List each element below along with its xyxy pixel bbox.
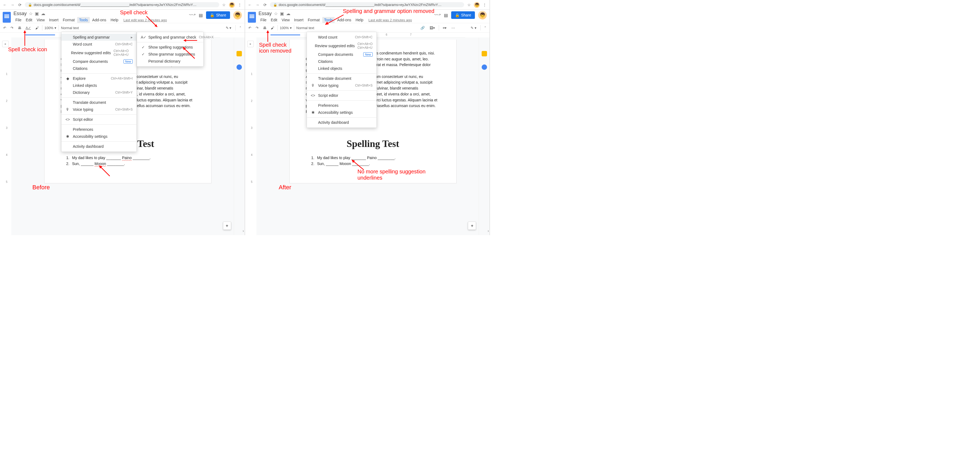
user-avatar-icon[interactable]: 👦 [233,11,242,19]
undo-icon[interactable]: ↶ [2,25,7,31]
menu-explore[interactable]: ◆ExploreCtrl+Alt+Shift+I [62,75,137,82]
menu-file[interactable]: File [259,17,269,23]
menu-help[interactable]: Help [109,17,120,23]
doc-title[interactable]: Essay [13,11,27,16]
redo-icon[interactable]: ↷ [255,25,260,31]
menu-help[interactable]: Help [353,17,365,23]
undo-icon[interactable]: ↶ [247,25,252,31]
menu-format[interactable]: Format [306,17,321,23]
menu-spelling-grammar[interactable]: Spelling and grammar▸ [62,34,137,41]
nav-fwd-icon[interactable]: → [255,3,260,7]
menu-compare[interactable]: Compare documentsNew [307,51,377,58]
last-edit-link[interactable]: Last edit was 2 minutes ago [368,18,412,22]
star-icon[interactable]: ☆ [466,3,472,7]
menu-format[interactable]: Format [61,17,76,23]
align-icon[interactable]: ≡▾ [442,25,448,31]
menu-insert[interactable]: Insert [292,17,305,23]
trend-icon[interactable]: 〰↗ [434,13,441,17]
doc-title[interactable]: Essay [259,11,272,16]
collapse-icon[interactable]: ˄ [483,25,487,31]
outline-icon[interactable]: ≡ [247,41,254,47]
menu-access[interactable]: ✱Accessibility settings [62,133,137,140]
outline-icon[interactable]: ≡ [2,41,9,47]
move-icon[interactable]: ▣ [35,11,39,16]
zoom-select[interactable]: 100%▾ [45,26,56,30]
menu-edit[interactable]: Edit [24,17,34,23]
nav-back-icon[interactable]: ← [247,3,253,7]
trend-icon[interactable]: 〰↗ [189,13,196,17]
menu-citations[interactable]: Citations [62,65,137,72]
menu-prefs[interactable]: Preferences [307,102,377,109]
browser-bar: ← → ⟳ 🔒 docs.google.com/document/d/_____… [0,0,245,10]
tasks-icon[interactable] [482,64,487,70]
paint-format-icon[interactable]: 🖌 [34,25,40,31]
menu-script[interactable]: <>Script editor [307,92,377,99]
image-icon[interactable]: 🖼▾ [428,25,436,31]
comments-icon[interactable]: ▤ [199,13,203,18]
menu-access[interactable]: ✱Accessibility settings [307,109,377,116]
menu-voice[interactable]: 🎙Voice typingCtrl+Shift+S [62,106,137,113]
menu-citations[interactable]: Citations [307,58,377,65]
docs-logo-icon[interactable] [248,12,256,23]
word-no-underline: Paino [367,156,377,160]
link-icon[interactable]: 🔗 [419,25,426,31]
menu-view[interactable]: View [280,17,291,23]
menu-edit[interactable]: Edit [269,17,279,23]
cloud-icon[interactable]: ☁ [286,11,290,16]
keep-icon[interactable] [237,51,242,56]
star-doc-icon[interactable]: ☆ [274,11,278,16]
explore-fab-icon[interactable]: ✦ [223,222,231,230]
nav-back-icon[interactable]: ← [2,3,8,7]
menu-dictionary[interactable]: DictionaryCtrl+Shift+Y [62,89,137,96]
omnibox[interactable]: 🔒 docs.google.com/document/d/___________… [25,2,219,7]
docs-logo-icon[interactable] [3,12,11,23]
zoom-select[interactable]: 100%▾ [280,26,292,30]
menu-view[interactable]: View [35,17,47,23]
nav-reload-icon[interactable]: ⟳ [17,3,23,7]
menu-word-count[interactable]: Word countCtrl+Shift+C [62,41,137,48]
collapse-icon[interactable]: ˄ [239,25,242,31]
user-avatar-icon[interactable]: 👦 [478,11,487,19]
omnibox[interactable]: 🔒 docs.google.com/document/d/___________… [270,2,465,7]
menu-addons[interactable]: Add-ons [90,17,108,23]
share-button[interactable]: 🔒 Share [451,11,475,19]
nav-fwd-icon[interactable]: → [10,3,15,7]
redo-icon[interactable]: ↷ [10,25,14,31]
menu-tools[interactable]: Tools [77,17,90,23]
menu-prefs[interactable]: Preferences [62,126,137,133]
style-select[interactable]: Normal text [296,26,315,30]
menu-insert[interactable]: Insert [47,17,60,23]
explore-fab-icon[interactable]: ✦ [468,222,476,230]
comments-icon[interactable]: ▤ [444,13,448,18]
menu-linked[interactable]: Linked objects [62,82,137,89]
more-icon[interactable]: ⋮ [482,3,487,7]
nav-reload-icon[interactable]: ⟳ [262,3,268,7]
side-panel [234,38,245,235]
tasks-icon[interactable] [237,64,242,70]
menu-activity[interactable]: Activity dashboard [307,119,377,126]
menu-file[interactable]: File [13,17,24,23]
move-icon[interactable]: ▣ [280,11,284,16]
keep-icon[interactable] [482,51,487,56]
style-select[interactable]: Normal text [61,26,80,30]
editing-mode-icon[interactable]: ✎ ▾ [469,25,477,31]
editing-mode-icon[interactable]: ✎ ▾ [224,25,233,31]
more-toolbar-icon[interactable]: ⋯ [450,25,456,31]
star-doc-icon[interactable]: ☆ [29,11,33,16]
menu-activity[interactable]: Activity dashboard [62,143,137,150]
menu-review-edits[interactable]: Review suggested editsCtrl+Alt+O Ctrl+Al… [307,41,377,51]
menu-linked[interactable]: Linked objects [307,65,377,72]
ext-avatar-icon[interactable]: 👦 [229,2,235,8]
share-button[interactable]: 🔒 Share [206,11,230,19]
ext-avatar-icon[interactable]: 👦 [474,2,480,8]
menu-voice[interactable]: 🎙Voice typingCtrl+Shift+S [307,82,377,89]
menu-script[interactable]: <>Script editor [62,116,137,123]
star-icon[interactable]: ☆ [221,3,227,7]
menu-compare[interactable]: Compare documentsNew [62,58,137,65]
menu-translate[interactable]: Translate document [307,75,377,82]
menu-review-edits[interactable]: Review suggested editsCtrl+Alt+O Ctrl+Al… [62,48,137,58]
cloud-icon[interactable]: ☁ [41,11,45,16]
menu-word-count[interactable]: Word countCtrl+Shift+C [307,34,377,41]
more-icon[interactable]: ⋮ [237,3,242,7]
menu-translate[interactable]: Translate document [62,99,137,106]
